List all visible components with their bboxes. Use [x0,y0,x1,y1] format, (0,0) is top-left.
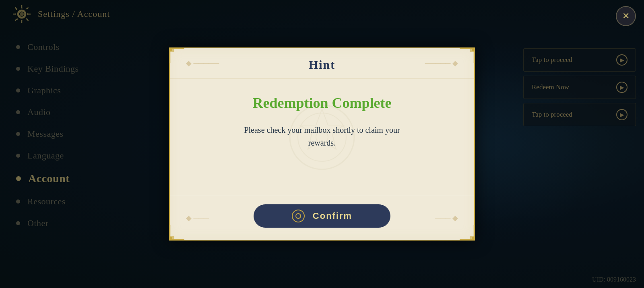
close-button[interactable]: ✕ [616,6,636,26]
confirm-button-label: Confirm [313,211,352,221]
hint-dialog: ◆ ───── Hint ───── ◆ Redemption Complete… [169,47,475,241]
dialog-body: Redemption Complete Please check your ma… [170,78,474,196]
dialog-header: ◆ ───── Hint ───── ◆ [170,48,474,78]
confirm-button[interactable]: Confirm [254,204,390,228]
dialog-footer: ◆ ─── ─── ◆ Confirm [170,196,474,240]
confirm-icon [292,210,305,222]
header-ornament-right: ───── ◆ [425,59,458,68]
redemption-message: Please check your mailbox shortly to cla… [244,123,400,149]
footer-ornament-left: ◆ ─── [186,214,209,222]
header-ornament-left: ◆ ───── [186,59,219,68]
redemption-complete-title: Redemption Complete [253,95,392,111]
footer-ornament-right: ─── ◆ [435,214,458,222]
dialog-title: Hint [186,58,458,72]
